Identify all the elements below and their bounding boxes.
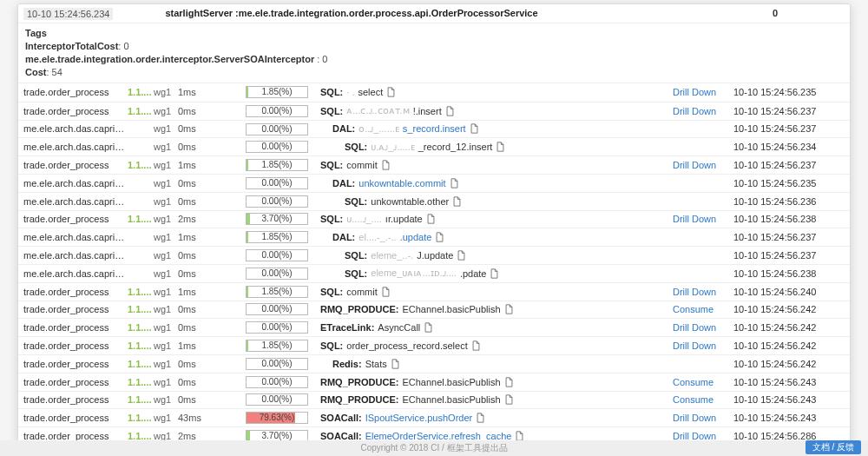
row-version: 1.1.... (128, 413, 154, 423)
document-icon[interactable] (476, 413, 485, 423)
row-kind: RMQ_PRODUCE: (320, 377, 398, 387)
row-service: trade.order_process (23, 359, 128, 369)
trace-row: trade.order_process1.1....wg10ms0.00(%)R… (18, 373, 850, 391)
trace-text: order_process_record.select (346, 340, 467, 351)
document-icon[interactable] (435, 232, 444, 242)
document-icon[interactable] (452, 196, 462, 207)
document-icon[interactable] (450, 178, 459, 188)
row-service: me.ele.arch.das.capricorn... (23, 250, 128, 261)
row-kind: SQL: (320, 214, 343, 224)
trace-row: trade.order_process1.1....wg11ms1.85(%)S… (18, 83, 850, 102)
row-action: Drill Down (673, 214, 733, 224)
document-icon[interactable] (426, 214, 436, 224)
document-icon[interactable] (391, 359, 400, 369)
row-version: 1.1.... (128, 304, 154, 314)
row-bar: 1.85(%) (246, 86, 308, 98)
header-timestamp: 10-10 15:24:56.234 (23, 8, 113, 20)
feedback-badge[interactable]: 文档 / 反馈 (806, 440, 861, 454)
trace-text: AsyncCall (378, 322, 420, 333)
document-icon[interactable] (504, 377, 514, 387)
row-bar: 3.70(%) (246, 213, 308, 225)
row-bar: 0.00(%) (246, 321, 308, 334)
row-duration: 0ms (178, 250, 246, 261)
row-action: Consume (673, 394, 733, 405)
row-node: wg1 (154, 160, 178, 170)
row-desc: SQL: ᴀ...ᴄ.ᴊ..ᴄᴏᴀᴛ.ᴍ!.insert (308, 105, 673, 116)
trace-row: me.ele.arch.das.capricorn...wg10ms0.00(%… (18, 120, 850, 138)
row-action: Drill Down (673, 340, 733, 351)
copyright: Copyright © 2018 CI / 框架工具提出品 (360, 443, 507, 453)
row-desc: ETraceLink: AsyncCall (308, 322, 673, 333)
header-count: 0 (706, 8, 845, 20)
trace-link[interactable]: ISpoutService.pushOrder (365, 413, 473, 423)
document-icon[interactable] (471, 340, 481, 351)
trace-row: trade.order_process1.1....wg11ms1.85(%)S… (18, 155, 850, 174)
row-node: wg1 (154, 359, 178, 369)
drill-down-link[interactable]: Drill Down (673, 214, 716, 224)
interceptor-label: InterceptorTotalCost (25, 41, 118, 51)
header-service: starlightServer :me.ele.trade.integratio… (113, 8, 706, 20)
consume-link[interactable]: Consume (673, 304, 713, 314)
drill-down-link[interactable]: Drill Down (673, 340, 716, 351)
drill-down-link[interactable]: Drill Down (673, 322, 716, 333)
row-duration: 0ms (178, 394, 246, 405)
trace-text: commit (346, 287, 377, 297)
row-action: Consume (673, 377, 733, 387)
row-duration: 1ms (178, 160, 246, 170)
row-node: wg1 (154, 322, 178, 333)
document-icon[interactable] (496, 142, 505, 152)
trace-link[interactable]: unkowntable.commit (358, 178, 445, 188)
row-service: trade.order_process (23, 394, 128, 405)
trace-row: trade.order_process1.1....wg10ms0.00(%)R… (18, 354, 850, 373)
document-icon[interactable] (381, 287, 391, 297)
trace-link[interactable]: .update (400, 232, 432, 242)
cost-label: Cost (25, 67, 46, 77)
row-node: wg1 (154, 340, 178, 351)
document-icon[interactable] (457, 250, 466, 261)
row-version: 1.1.... (128, 359, 154, 369)
row-kind: DAL: (332, 178, 355, 188)
document-icon[interactable] (504, 304, 514, 314)
row-duration: 0ms (178, 123, 246, 134)
row-desc: SQL: unkowntable.other (308, 196, 673, 207)
drill-down-link[interactable]: Drill Down (673, 106, 716, 116)
trace-text: ır.update (385, 214, 423, 224)
row-duration: 1ms (178, 232, 246, 242)
row-kind: SQL: (320, 106, 343, 116)
document-icon[interactable] (504, 394, 514, 405)
document-icon[interactable] (386, 87, 396, 97)
drill-down-link[interactable]: Drill Down (673, 160, 716, 170)
consume-link[interactable]: Consume (673, 394, 713, 405)
row-service: trade.order_process (23, 287, 128, 297)
row-bar: 0.00(%) (246, 249, 308, 261)
trace-text: _record_12.insert (418, 142, 493, 152)
row-kind: RMQ_PRODUCE: (320, 394, 398, 405)
row-service: me.ele.arch.das.capricorn... (23, 268, 128, 279)
row-kind: SQL: (345, 268, 367, 279)
panel-meta: Tags InterceptorTotalCost: 0 me.ele.trad… (18, 23, 850, 83)
trace-row: me.ele.arch.das.capricorn...wg10ms0.00(%… (18, 264, 850, 282)
row-duration: 0ms (178, 178, 246, 188)
row-time: 10-10 15:24:56.236 (733, 196, 845, 207)
row-action: Drill Down (673, 106, 733, 116)
row-node: wg1 (154, 268, 178, 279)
trace-text: select (358, 87, 383, 97)
drill-down-link[interactable]: Drill Down (673, 87, 716, 97)
drill-down-link[interactable]: Drill Down (673, 287, 716, 297)
row-action: Drill Down (673, 287, 733, 297)
document-icon[interactable] (470, 123, 479, 134)
document-icon[interactable] (381, 160, 391, 170)
row-time: 10-10 15:24:56.243 (733, 413, 845, 423)
document-icon[interactable] (490, 268, 499, 279)
row-time: 10-10 15:24:56.242 (733, 304, 845, 314)
trace-row: trade.order_process1.1....wg11ms1.85(%)S… (18, 336, 850, 354)
document-icon[interactable] (445, 106, 455, 116)
trace-row: trade.order_process1.1....wg10ms0.00(%)E… (18, 318, 850, 336)
trace-link[interactable]: s_record.insert (403, 123, 466, 134)
consume-link[interactable]: Consume (673, 377, 713, 387)
trace-row: me.ele.arch.das.capricorn...wg10ms0.00(%… (18, 246, 850, 264)
drill-down-link[interactable]: Drill Down (673, 413, 716, 423)
document-icon[interactable] (424, 322, 433, 333)
row-desc: DAL: unkowntable.commit (308, 178, 673, 188)
row-duration: 0ms (178, 377, 246, 387)
